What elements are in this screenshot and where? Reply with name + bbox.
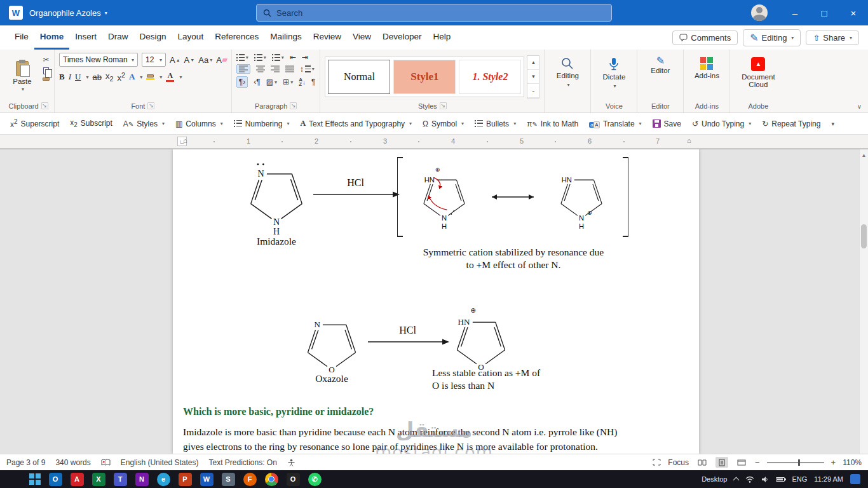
qat-ink-to-math[interactable]: π✎Ink to Math bbox=[527, 119, 578, 128]
clear-formatting-button[interactable]: A bbox=[216, 55, 227, 65]
search-input[interactable] bbox=[276, 8, 605, 18]
search-box[interactable] bbox=[256, 4, 612, 22]
highlight-color-button[interactable] bbox=[146, 74, 154, 80]
styles-more-icon[interactable]: ⌄ bbox=[527, 84, 539, 98]
subscript-button[interactable]: x2 bbox=[105, 71, 114, 83]
grow-font-button[interactable]: A▲ bbox=[170, 55, 180, 65]
qat-symbol[interactable]: ΩSymbol▾ bbox=[423, 119, 464, 128]
qat-save[interactable]: Save bbox=[653, 119, 681, 128]
zoom-level[interactable]: 110% bbox=[843, 458, 862, 467]
clipboard-dialog-launcher-icon[interactable]: ↘ bbox=[41, 102, 48, 109]
zoom-slider-thumb[interactable] bbox=[798, 459, 800, 466]
dictate-button[interactable]: Dictate▾ bbox=[595, 53, 632, 100]
change-case-button[interactable]: Aa▾ bbox=[198, 55, 212, 65]
rtl-direction-button[interactable]: ‹¶ bbox=[254, 78, 260, 86]
taskbar-app-whatsapp[interactable]: ✆ bbox=[308, 473, 322, 486]
desktop-label[interactable]: Desktop bbox=[702, 475, 727, 483]
scrollbar-thumb[interactable] bbox=[861, 224, 867, 248]
font-size-select[interactable]: 12▾ bbox=[142, 53, 166, 67]
menu-tab-view[interactable]: View bbox=[347, 25, 377, 50]
notification-icon[interactable] bbox=[850, 474, 860, 484]
menu-tab-developer[interactable]: Developer bbox=[377, 25, 428, 50]
menu-tab-insert[interactable]: Insert bbox=[69, 25, 102, 50]
qat-undo[interactable]: ↺Undo Typing▾ bbox=[692, 119, 751, 128]
taskbar-app-onenote[interactable]: N bbox=[135, 473, 149, 486]
document-cloud-button[interactable]: ▲ Document Cloud bbox=[735, 53, 782, 100]
language-indicator[interactable]: English (United States) bbox=[121, 458, 199, 467]
justify-button[interactable] bbox=[285, 65, 294, 72]
menu-tab-help[interactable]: Help bbox=[428, 25, 457, 50]
wifi-icon[interactable] bbox=[745, 476, 754, 483]
focus-button[interactable]: Focus bbox=[668, 458, 689, 467]
right-indent-marker[interactable]: ⌂ bbox=[687, 137, 691, 144]
taskbar-app-powerpoint[interactable]: P bbox=[179, 473, 192, 486]
taskbar-app-word[interactable]: W bbox=[200, 473, 214, 486]
qat-numbering[interactable]: Numbering▾ bbox=[234, 119, 290, 128]
scroll-up-icon[interactable]: ▲ bbox=[860, 149, 868, 158]
align-center-button[interactable] bbox=[256, 65, 265, 72]
font-color-button[interactable]: A bbox=[166, 72, 174, 82]
left-indent-marker[interactable]: ⌂ bbox=[183, 137, 187, 144]
accessibility-icon[interactable] bbox=[287, 459, 295, 466]
collapse-ribbon-icon[interactable]: ∨ bbox=[857, 103, 862, 110]
italic-button[interactable]: I bbox=[69, 72, 71, 82]
style-style2[interactable]: 1. Style2 bbox=[459, 60, 521, 94]
taskbar-app-acrobat[interactable]: A bbox=[71, 473, 84, 486]
borders-button[interactable]: ⊞▾ bbox=[283, 78, 293, 86]
taskbar-app-firefox[interactable]: F bbox=[243, 473, 257, 486]
horizontal-ruler[interactable]: ∟ ⌂ 1 2 3 4 5 6 7 ⌂ bbox=[0, 135, 868, 149]
menu-tab-design[interactable]: Design bbox=[134, 25, 172, 50]
addins-button[interactable]: Add-ins bbox=[688, 53, 725, 100]
zoom-in-button[interactable]: + bbox=[831, 458, 836, 467]
share-button[interactable]: ⇧ Share▾ bbox=[806, 30, 859, 45]
menu-tab-home[interactable]: Home bbox=[34, 25, 70, 50]
taskbar-app-excel[interactable]: X bbox=[92, 473, 105, 486]
shrink-font-button[interactable]: A▼ bbox=[184, 55, 195, 65]
menu-tab-references[interactable]: References bbox=[209, 25, 264, 50]
styles-scroll-down-icon[interactable]: ▼ bbox=[527, 70, 539, 84]
menu-tab-file[interactable]: File bbox=[9, 25, 34, 50]
line-spacing-button[interactable]: ↕▾ bbox=[300, 65, 315, 74]
menu-tab-layout[interactable]: Layout bbox=[172, 25, 210, 50]
word-count[interactable]: 340 words bbox=[55, 458, 90, 467]
toolbar-overflow-icon[interactable]: ▾ bbox=[831, 121, 834, 127]
vertical-scrollbar[interactable]: ▲ bbox=[859, 149, 868, 454]
styles-scroll-up-icon[interactable]: ▲ bbox=[527, 56, 539, 70]
style-style1[interactable]: Style1 bbox=[393, 60, 456, 94]
editing-button[interactable]: Editing▾ bbox=[549, 53, 586, 100]
minimize-button[interactable]: – bbox=[780, 0, 810, 25]
editing-mode-button[interactable]: ✎ Editing▾ bbox=[743, 29, 801, 46]
qat-superscript[interactable]: x2Superscript bbox=[10, 118, 59, 129]
numbering-button[interactable]: ▾ bbox=[254, 54, 266, 61]
clock[interactable]: 11:29 AM bbox=[814, 475, 843, 483]
qat-text-effects[interactable]: AText Effects and Typography▾ bbox=[300, 119, 412, 128]
zoom-slider[interactable] bbox=[767, 462, 824, 463]
battery-icon[interactable] bbox=[776, 477, 785, 482]
show-paragraph-marks-button[interactable]: ¶ bbox=[311, 78, 315, 86]
read-mode-button[interactable] bbox=[696, 457, 709, 468]
underline-button[interactable]: U bbox=[75, 72, 81, 82]
document-title[interactable]: Organophile Azoles bbox=[29, 8, 101, 18]
align-right-button[interactable] bbox=[271, 65, 280, 72]
volume-icon[interactable] bbox=[761, 476, 769, 483]
proofing-icon[interactable] bbox=[101, 459, 111, 466]
page-indicator[interactable]: Page 3 of 9 bbox=[6, 458, 45, 467]
style-normal[interactable]: Normal bbox=[328, 60, 390, 94]
hidden-icons-chevron-icon[interactable] bbox=[733, 477, 740, 484]
text-effects-button[interactable]: A bbox=[129, 72, 135, 82]
ltr-direction-button[interactable]: ¶› bbox=[236, 76, 248, 88]
qat-styles[interactable]: A✎Styles▾ bbox=[123, 119, 165, 128]
print-layout-button[interactable] bbox=[715, 457, 728, 468]
taskbar-app-opera[interactable]: O bbox=[287, 473, 300, 486]
font-family-select[interactable]: Times New Roman▾ bbox=[59, 53, 138, 67]
strikethrough-button[interactable]: ab bbox=[92, 72, 101, 82]
qat-translate[interactable]: aATranslate▾ bbox=[589, 119, 641, 128]
bullets-button[interactable]: ▾ bbox=[236, 54, 248, 61]
align-left-button[interactable] bbox=[236, 64, 250, 74]
account-avatar[interactable] bbox=[751, 4, 768, 21]
cut-icon[interactable]: ✂ bbox=[43, 55, 49, 64]
word-app-icon[interactable]: W bbox=[9, 6, 23, 20]
styles-dialog-launcher-icon[interactable]: ↘ bbox=[440, 102, 447, 109]
format-painter-icon[interactable] bbox=[43, 78, 50, 81]
decrease-indent-button[interactable]: ⇤ bbox=[290, 53, 296, 62]
